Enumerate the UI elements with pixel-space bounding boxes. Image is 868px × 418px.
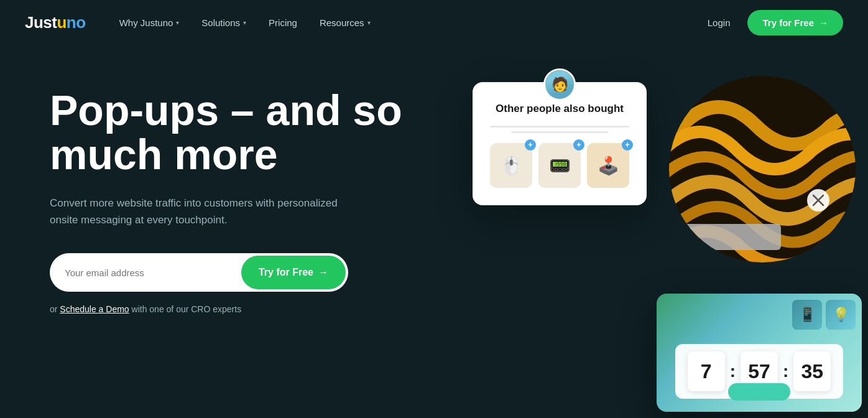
product-thumb-2: 📟 + <box>538 143 581 188</box>
countdown-card: 📱 💡 7 : 57 : 35 <box>657 294 862 412</box>
abstract-art-card <box>669 76 856 262</box>
product-thumbnails: 🖱️ + 📟 + 🕹️ + <box>490 143 629 188</box>
nav-try-free-button[interactable]: Try for Free → <box>747 10 843 35</box>
nav-item-solutions[interactable]: Solutions ▾ <box>193 12 255 33</box>
chevron-down-icon: ▾ <box>367 19 371 26</box>
countdown-seconds: 35 <box>793 351 831 391</box>
product-thumb-1: 🖱️ + <box>490 143 532 188</box>
arrow-icon: → <box>819 17 828 28</box>
add-product-badge-3[interactable]: + <box>622 139 633 151</box>
schedule-demo-link[interactable]: Schedule a Demo <box>60 304 129 314</box>
recommendations-card: 🧑 Other people also bought 🖱️ + 📟 + 🕹️ + <box>473 82 647 205</box>
nav-item-resources[interactable]: Resources ▾ <box>311 12 379 33</box>
colon-1: : <box>730 361 736 381</box>
nav-item-why-justuno[interactable]: Why Justuno ▾ <box>111 12 188 33</box>
avatar: 🧑 <box>543 68 576 101</box>
countdown-background: 📱 💡 7 : 57 : 35 <box>657 294 862 412</box>
chevron-down-icon: ▾ <box>243 19 246 26</box>
countdown-hours: 7 <box>688 351 725 391</box>
hero-section: Pop-ups – and so much more Convert more … <box>0 45 868 418</box>
email-form: Try for Free → <box>50 253 348 292</box>
countdown-cta-button[interactable] <box>728 383 790 401</box>
nav-item-pricing[interactable]: Pricing <box>260 12 306 33</box>
product-thumb-3: 🕹️ + <box>587 143 629 188</box>
add-product-badge-2[interactable]: + <box>573 139 584 151</box>
logo[interactable]: Justuno <box>25 13 86 32</box>
hero-right: 🧑 Other people also bought 🖱️ + 📟 + 🕹️ + <box>460 76 843 418</box>
abstract-svg <box>669 76 856 262</box>
logo-u: u <box>57 13 66 32</box>
chevron-down-icon: ▾ <box>176 19 179 26</box>
nav-links: Why Justuno ▾ Solutions ▾ Pricing Resour… <box>111 12 700 33</box>
arrow-icon: → <box>318 267 328 278</box>
add-product-badge-1[interactable]: + <box>525 139 536 151</box>
colon-2: : <box>783 361 788 381</box>
card-divider-short <box>511 131 609 133</box>
navigation: Justuno Why Justuno ▾ Solutions ▾ Pricin… <box>0 0 868 45</box>
email-input[interactable] <box>50 267 241 278</box>
avatar-face: 🧑 <box>545 70 574 99</box>
hero-subtitle: Convert more website traffic into custom… <box>50 195 348 228</box>
hero-try-free-button[interactable]: Try for Free → <box>241 256 346 289</box>
nav-right: Login Try for Free → <box>700 10 843 35</box>
recommendation-card-title: Other people also bought <box>490 102 629 116</box>
hero-left: Pop-ups – and so much more Convert more … <box>50 76 435 314</box>
card-divider <box>490 126 629 128</box>
logo-just: Just <box>25 13 57 32</box>
login-button[interactable]: Login <box>700 12 738 33</box>
svg-rect-4 <box>681 224 781 250</box>
hero-title: Pop-ups – and so much more <box>50 88 435 177</box>
hero-demo-text: or Schedule a Demo with one of our CRO e… <box>50 304 435 314</box>
logo-no: no <box>67 13 86 32</box>
